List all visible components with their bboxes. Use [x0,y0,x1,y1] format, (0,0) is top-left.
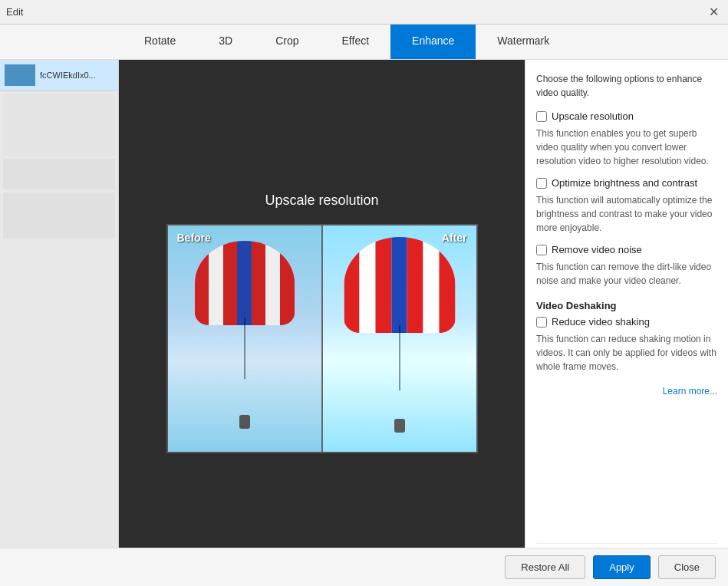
dialog-title: Edit [6,6,23,18]
after-label: After [442,232,467,244]
denoise-checkbox[interactable] [536,245,547,255]
close-icon[interactable]: ✕ [705,4,722,21]
sidebar-placeholder-2 [3,159,115,189]
title-bar: Edit ✕ [0,0,728,25]
left-sidebar: fcCWIEkdIx0... [0,60,119,586]
tab-watermark[interactable]: Watermark [476,25,571,59]
upscale-checkbox[interactable] [536,111,547,122]
restore-all-button[interactable]: Restore All [505,555,585,579]
tab-3d[interactable]: 3D [197,25,254,59]
denoise-label[interactable]: Remove video noise [552,244,642,255]
after-canopy [344,237,455,333]
main-area: fcCWIEkdIx0... Upscale resolution Before [0,60,728,586]
footer-close-button[interactable]: Close [658,555,716,579]
sidebar-placeholder-3 [3,193,115,239]
footer-bar: Restore All Apply Close [0,548,728,586]
deshake-desc: This function can reduce shaking motion … [536,332,717,374]
before-lines [244,318,245,379]
right-panel: Choose the following options to enhance … [525,60,728,586]
tab-effect[interactable]: Effect [321,25,391,59]
before-image [168,226,321,452]
preview-area: Upscale resolution Before [119,60,525,586]
brightness-desc: This function will automatically optimiz… [536,193,717,235]
tab-enhance[interactable]: Enhance [390,25,476,59]
before-canopy [195,241,295,325]
after-panel: After [323,226,476,452]
deshake-option-row: Reduce video shaking [536,316,717,328]
tab-crop[interactable]: Crop [254,25,320,59]
upscale-option-row: Upscale resolution [536,110,717,122]
before-panel: Before [168,226,321,452]
after-image [323,226,476,452]
after-lines [399,325,400,390]
apply-button[interactable]: Apply [593,555,651,579]
learn-more-link[interactable]: Learn more... [536,386,717,397]
brightness-checkbox[interactable] [536,178,547,189]
before-label: Before [177,232,211,244]
thumbnail-item[interactable]: fcCWIEkdIx0... [0,60,118,91]
deshake-checkbox[interactable] [536,317,547,328]
before-after-container: Before [166,224,478,453]
panel-header-desc: Choose the following options to enhance … [536,72,717,100]
sidebar-placeholder-1 [3,94,115,156]
tab-bar: Rotate 3D Crop Effect Enhance Watermark [0,25,728,60]
deshake-label[interactable]: Reduce video shaking [552,316,650,328]
upscale-desc: This function enables you to get superb … [536,127,717,168]
brightness-option-row: Optimize brightness and contrast [536,177,717,189]
preview-title: Upscale resolution [265,193,378,209]
tab-rotate[interactable]: Rotate [123,25,197,59]
denoise-option-row: Remove video noise [536,244,717,255]
after-person [394,419,405,433]
brightness-label[interactable]: Optimize brightness and contrast [552,177,697,189]
denoise-desc: This function can remove the dirt-like v… [536,260,717,288]
thumbnail-preview [5,64,35,86]
before-person [239,415,250,429]
upscale-label[interactable]: Upscale resolution [552,110,634,122]
thumbnail-label: fcCWIEkdIx0... [40,71,96,80]
deshake-section-title: Video Deshaking [536,300,717,311]
